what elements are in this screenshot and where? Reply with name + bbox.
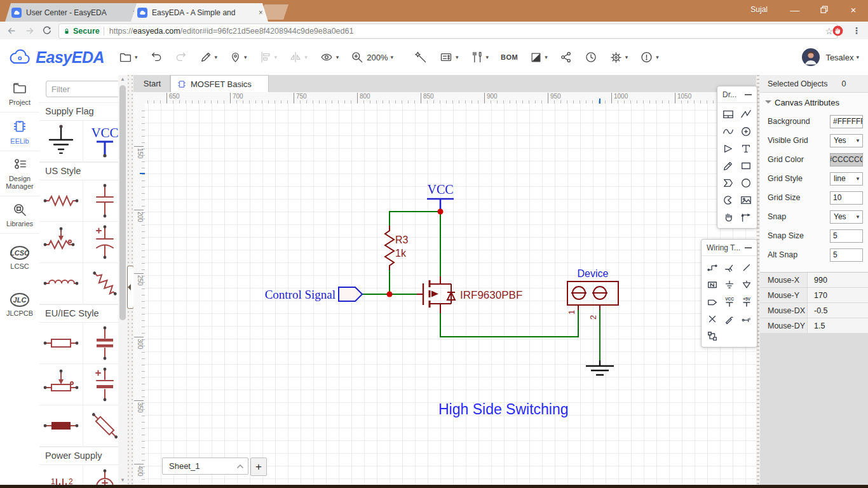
eelib-scrollbar[interactable]: ▲ ▼ <box>118 75 127 488</box>
junction-dot[interactable] <box>438 209 444 215</box>
flip-rotate-button[interactable]: ▾ <box>286 46 311 69</box>
bus-entry-tool-icon[interactable] <box>738 259 755 276</box>
view-visibility-button[interactable]: ▾ <box>316 46 342 69</box>
grid-style-select[interactable]: line▼ <box>830 172 863 186</box>
symbol-resistor-filled[interactable] <box>39 405 83 447</box>
polygon-tool-icon[interactable] <box>719 174 736 191</box>
rectangle-tool-icon[interactable] <box>737 157 754 174</box>
panel-settings-button[interactable]: ▾ <box>436 46 462 69</box>
share-button[interactable] <box>557 46 576 69</box>
browser-menu-icon[interactable]: ⋮ <box>849 24 864 37</box>
image-tool-icon[interactable] <box>737 191 754 208</box>
symbol-resistor-eu[interactable] <box>39 323 83 364</box>
align-button[interactable]: ▾ <box>256 46 281 69</box>
file-menu-button[interactable]: ▾ <box>116 46 141 69</box>
pie-tool-icon[interactable] <box>719 191 736 208</box>
drag-hand-tool-icon[interactable] <box>719 208 736 226</box>
group-symbol-tool-icon[interactable] <box>703 327 721 344</box>
device-connector[interactable]: Device 1 2 <box>567 268 618 320</box>
sidebar-item-lcsc[interactable]: LCSC LCSC <box>0 238 39 276</box>
tab-start[interactable]: Start <box>135 75 170 92</box>
sidebar-item-jlcpcb[interactable]: JLC JLCPCB <box>0 285 39 323</box>
extension-hand-icon[interactable] <box>830 24 845 37</box>
window-restore-button[interactable] <box>810 0 839 19</box>
history-button[interactable] <box>581 46 600 69</box>
background-input[interactable]: #FFFFFF <box>830 115 863 128</box>
gnd-triangle-tool-icon[interactable] <box>738 276 755 293</box>
address-bar[interactable]: Secure https://easyeda.com/editor#id=96f… <box>58 24 837 39</box>
netport-tool-icon[interactable] <box>703 293 721 310</box>
canvas-attributes-section[interactable]: Canvas Attributes <box>760 93 868 112</box>
add-sheet-button[interactable]: + <box>250 458 267 476</box>
bom-button[interactable]: BOM <box>498 46 521 69</box>
snap-select[interactable]: Yes▼ <box>830 210 863 224</box>
undo-button[interactable] <box>147 46 166 69</box>
grid-color-swatch[interactable]: #CCCCCC <box>830 153 863 166</box>
snap-size-input[interactable]: 5 <box>830 229 863 243</box>
resistor-r3[interactable]: R3 1k <box>385 226 409 270</box>
bezier-tool-icon[interactable] <box>719 123 736 140</box>
wire-tool-icon[interactable] <box>703 259 721 276</box>
minimize-icon[interactable] <box>745 247 752 248</box>
sidebar-item-eelib[interactable]: EELib <box>0 112 39 151</box>
vcc-flag-tool-icon[interactable]: VCC <box>721 293 738 310</box>
window-close-button[interactable]: × <box>839 0 868 19</box>
user-menu[interactable]: Tesalex ▾ <box>801 48 859 67</box>
symbol-potentiometer-eu[interactable] <box>39 364 83 405</box>
gnd-tool-icon[interactable] <box>721 276 738 293</box>
sidebar-item-libraries[interactable]: Libraries <box>0 196 39 234</box>
help-button[interactable]: ▾ <box>637 46 662 69</box>
symbol-gnd[interactable] <box>39 121 83 162</box>
browser-tab-user-center[interactable]: User Center - EasyEDA × <box>5 3 142 22</box>
arc-tool-icon[interactable] <box>737 123 754 140</box>
magic-wand-button[interactable] <box>411 46 430 69</box>
redo-button[interactable] <box>172 46 191 69</box>
panel-splitter-left[interactable] <box>127 75 133 488</box>
pencil-tool-icon[interactable] <box>719 157 736 174</box>
alt-snap-input[interactable]: 5 <box>830 248 863 262</box>
plus5v-flag-tool-icon[interactable]: +5V <box>738 293 755 310</box>
filter-input[interactable] <box>46 81 121 97</box>
vcc-net-flag[interactable]: VCC <box>427 182 454 212</box>
back-icon[interactable] <box>4 24 19 37</box>
browser-tab-editor[interactable]: EasyEDA - A Simple and × <box>131 3 268 22</box>
settings-gear-button[interactable]: ▾ <box>606 46 632 69</box>
mosfet-irf9630[interactable]: IRF9630PBF <box>417 276 522 313</box>
text-tool-icon[interactable] <box>737 140 754 157</box>
forward-icon[interactable] <box>22 24 37 37</box>
caption-text[interactable]: High Side Switching <box>438 401 569 417</box>
polyline-tool-icon[interactable] <box>737 105 754 123</box>
minimize-icon[interactable] <box>745 94 752 95</box>
chevron-up-icon[interactable] <box>236 464 244 469</box>
sidebar-item-project[interactable]: Project <box>0 75 39 112</box>
symbol-resistor-us[interactable] <box>39 180 83 222</box>
canvas-frame-tool-icon[interactable] <box>719 105 736 123</box>
theme-button[interactable]: ▾ <box>527 46 551 69</box>
grid-size-input[interactable]: 10 <box>830 191 863 205</box>
bus-tool-icon[interactable] <box>721 259 738 276</box>
place-marker-button[interactable]: ▾ <box>226 46 250 69</box>
voltage-probe-tool-icon[interactable] <box>721 310 738 327</box>
netlabel-tool-icon[interactable] <box>703 276 721 293</box>
no-connect-tool-icon[interactable] <box>703 310 721 327</box>
scrollbar-thumb[interactable] <box>119 85 126 320</box>
control-signal-netport[interactable]: Control Signal <box>265 287 362 301</box>
reload-icon[interactable] <box>39 24 55 37</box>
window-minimize-button[interactable]: — <box>780 0 810 19</box>
sheet-tab[interactable]: Sheet_1 <box>162 458 248 475</box>
arrow-tool-icon[interactable] <box>719 140 736 157</box>
pin-tool-icon[interactable] <box>738 310 755 327</box>
sidebar-item-design-manager[interactable]: Design Manager <box>0 151 39 196</box>
new-tab-button[interactable] <box>259 4 288 20</box>
ellipse-tool-icon[interactable] <box>737 174 754 191</box>
visible-grid-select[interactable]: Yes▼ <box>830 134 863 147</box>
symbol-inductor[interactable] <box>39 263 83 304</box>
draw-tool-button[interactable]: ▾ <box>196 46 221 69</box>
tab-mosfet-basics[interactable]: MOSFET Basics <box>170 75 269 92</box>
tools-button[interactable]: ▾ <box>468 46 492 69</box>
ground-symbol[interactable] <box>586 360 614 375</box>
dimension-tool-icon[interactable] <box>737 208 754 226</box>
junction-dot[interactable] <box>387 292 393 297</box>
zoom-control[interactable]: 200% ▾ <box>348 46 397 69</box>
schematic-canvas[interactable]: VCC R3 1k Control Signal <box>145 104 756 488</box>
